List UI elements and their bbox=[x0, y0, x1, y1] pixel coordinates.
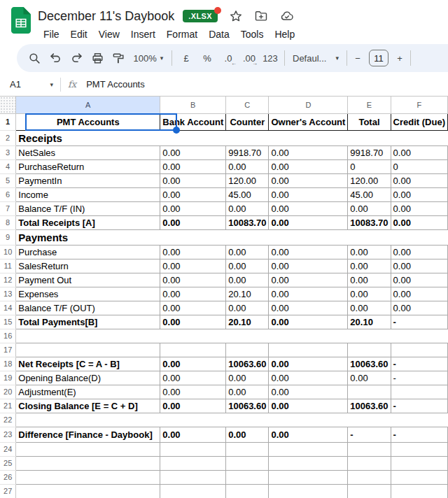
cell-D16[interactable] bbox=[269, 329, 348, 343]
cell-C11[interactable]: 0.00 bbox=[226, 259, 269, 273]
cell-F12[interactable]: 0.00 bbox=[391, 273, 447, 287]
cell-D9[interactable] bbox=[269, 229, 348, 245]
cell-B8[interactable]: 0.00 bbox=[160, 215, 226, 229]
menu-view[interactable]: View bbox=[93, 27, 125, 41]
row-header-8[interactable]: 8 bbox=[0, 215, 16, 229]
cell-A27[interactable] bbox=[16, 484, 160, 498]
column-header-E[interactable]: E bbox=[348, 97, 391, 113]
cell-B17[interactable] bbox=[160, 343, 226, 357]
row-header-14[interactable]: 14 bbox=[0, 301, 16, 315]
cell-B27[interactable] bbox=[160, 484, 226, 498]
cell-C24[interactable] bbox=[226, 442, 269, 456]
cell-E11[interactable]: 0.00 bbox=[348, 259, 391, 273]
font-family-select[interactable]: Defaul...▾ bbox=[288, 48, 343, 69]
row-header-12[interactable]: 12 bbox=[0, 273, 16, 287]
document-title[interactable]: December 11's Daybook bbox=[38, 9, 174, 24]
cell-A22[interactable] bbox=[16, 413, 160, 427]
cell-A16[interactable] bbox=[16, 329, 160, 343]
cell-F3[interactable]: 0.00 bbox=[391, 145, 447, 159]
cell-D27[interactable] bbox=[269, 484, 348, 498]
cell-D14[interactable]: 0.00 bbox=[269, 301, 348, 315]
row-header-23[interactable]: 23 bbox=[0, 427, 16, 442]
row-header-17[interactable]: 17 bbox=[0, 343, 16, 357]
cell-F11[interactable]: 0.00 bbox=[391, 259, 447, 273]
cell-A21[interactable]: Closing Balance [E = C + D] bbox=[16, 399, 160, 413]
cell-D15[interactable]: 0.00 bbox=[269, 315, 348, 329]
column-header-F[interactable]: F bbox=[391, 97, 447, 113]
cell-D4[interactable]: 0.00 bbox=[269, 159, 348, 173]
cell-A12[interactable]: Payment Out bbox=[16, 273, 160, 287]
menu-file[interactable]: File bbox=[38, 27, 65, 41]
cell-A14[interactable]: Balance T/F (OUT) bbox=[16, 301, 160, 315]
cell-E7[interactable]: 0.00 bbox=[348, 201, 391, 215]
row-header-1[interactable]: 1 bbox=[0, 113, 16, 130]
paint-format-icon[interactable] bbox=[108, 48, 129, 69]
cell-C21[interactable]: 10063.60 bbox=[226, 399, 269, 413]
more-formats-button[interactable]: 123 bbox=[260, 48, 281, 69]
cell-A11[interactable]: SalesReturn bbox=[16, 259, 160, 273]
cell-B26[interactable] bbox=[160, 470, 226, 484]
percent-format-button[interactable]: % bbox=[197, 48, 218, 69]
cell-A23[interactable]: Difference [Finance - Daybook] bbox=[16, 427, 160, 442]
row-header-19[interactable]: 19 bbox=[0, 371, 16, 385]
cell-D10[interactable]: 0.00 bbox=[269, 245, 348, 259]
cell-F16[interactable] bbox=[391, 329, 447, 343]
cell-A3[interactable]: NetSales bbox=[16, 145, 160, 159]
row-header-4[interactable]: 4 bbox=[0, 159, 16, 173]
cell-A7[interactable]: Balance T/F (IN) bbox=[16, 201, 160, 215]
cell-D3[interactable]: 0.00 bbox=[269, 145, 348, 159]
cell-E6[interactable]: 45.00 bbox=[348, 187, 391, 201]
cell-D24[interactable] bbox=[269, 442, 348, 456]
row-header-24[interactable]: 24 bbox=[0, 442, 16, 456]
cell-B1[interactable]: Bank Account bbox=[160, 113, 226, 130]
cell-C3[interactable]: 9918.70 bbox=[226, 145, 269, 159]
cell-D7[interactable]: 0.00 bbox=[269, 201, 348, 215]
cell-C12[interactable]: 0.00 bbox=[226, 273, 269, 287]
cell-C23[interactable]: 0.00 bbox=[226, 427, 269, 442]
cell-E17[interactable] bbox=[348, 343, 391, 357]
cell-F5[interactable]: 0.00 bbox=[391, 173, 447, 187]
cell-F1[interactable]: Credit (Due) bbox=[391, 113, 447, 130]
cell-E16[interactable] bbox=[348, 329, 391, 343]
row-header-27[interactable]: 27 bbox=[0, 484, 16, 498]
cell-B22[interactable] bbox=[160, 413, 226, 427]
row-header-16[interactable]: 16 bbox=[0, 329, 16, 343]
redo-icon[interactable] bbox=[66, 48, 87, 69]
cell-F19[interactable]: - bbox=[391, 371, 447, 385]
menu-insert[interactable]: Insert bbox=[125, 27, 161, 41]
column-header-D[interactable]: D bbox=[269, 97, 348, 113]
row-header-10[interactable]: 10 bbox=[0, 245, 16, 259]
column-header-B[interactable]: B bbox=[160, 97, 226, 113]
row-header-5[interactable]: 5 bbox=[0, 173, 16, 187]
cell-C7[interactable]: 0.00 bbox=[226, 201, 269, 215]
cell-F27[interactable] bbox=[391, 484, 447, 498]
cell-E5[interactable]: 120.00 bbox=[348, 173, 391, 187]
cell-E27[interactable] bbox=[348, 484, 391, 498]
cell-B7[interactable]: 0.00 bbox=[160, 201, 226, 215]
cell-D23[interactable]: 0.00 bbox=[269, 427, 348, 442]
cell-B16[interactable] bbox=[160, 329, 226, 343]
cell-B2[interactable] bbox=[160, 130, 226, 145]
increase-font-size-button[interactable]: + bbox=[393, 48, 407, 69]
row-header-25[interactable]: 25 bbox=[0, 456, 16, 470]
row-header-13[interactable]: 13 bbox=[0, 287, 16, 301]
cell-A5[interactable]: PaymentIn bbox=[16, 173, 160, 187]
star-icon[interactable] bbox=[229, 9, 243, 23]
cell-F8[interactable]: 0.00 bbox=[391, 215, 447, 229]
cell-A17[interactable] bbox=[16, 343, 160, 357]
cell-D19[interactable]: 0.00 bbox=[269, 371, 348, 385]
cell-E10[interactable]: 0.00 bbox=[348, 245, 391, 259]
cell-C19[interactable]: 0.00 bbox=[226, 371, 269, 385]
cell-C16[interactable] bbox=[226, 329, 269, 343]
cell-F18[interactable]: - bbox=[391, 357, 447, 371]
sheets-logo-icon[interactable] bbox=[11, 7, 31, 34]
row-header-15[interactable]: 15 bbox=[0, 315, 16, 329]
cell-B11[interactable]: 0.00 bbox=[160, 259, 226, 273]
cell-B10[interactable]: 0.00 bbox=[160, 245, 226, 259]
cell-D6[interactable]: 0.00 bbox=[269, 187, 348, 201]
cell-F10[interactable]: 0.00 bbox=[391, 245, 447, 259]
undo-icon[interactable] bbox=[45, 48, 66, 69]
cell-D13[interactable]: 0.00 bbox=[269, 287, 348, 301]
formula-input[interactable]: PMT Accounts bbox=[86, 79, 145, 90]
cell-B20[interactable]: 0.00 bbox=[160, 385, 226, 399]
